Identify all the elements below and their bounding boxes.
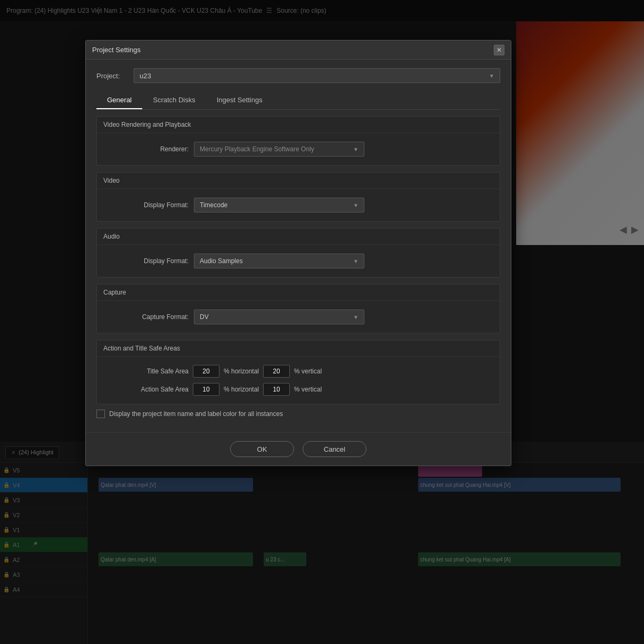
checkbox-label: Display the project item name and label … (109, 410, 283, 418)
capture-format-dropdown[interactable]: DV ▼ (194, 309, 364, 324)
checkbox-row: Display the project item name and label … (96, 404, 500, 423)
project-settings-dialog: Project Settings ✕ Project: u23 ▼ Genera… (85, 40, 511, 466)
audio-display-format-chevron: ▼ (353, 258, 358, 264)
title-safe-h-input[interactable]: 20 (193, 365, 219, 378)
video-rendering-header: Video Rendering and Playback (97, 117, 500, 133)
safe-areas-section: Action and Title Safe Areas Title Safe A… (96, 340, 500, 404)
capture-format-row: Capture Format: DV ▼ (103, 306, 493, 328)
project-dropdown-chevron: ▼ (489, 73, 494, 79)
video-display-format-value: Timecode (200, 201, 227, 209)
audio-header: Audio (97, 229, 500, 245)
video-rendering-content: Renderer: Mercury Playback Engine Softwa… (97, 133, 500, 165)
renderer-dropdown[interactable]: Mercury Playback Engine Software Only ▼ (194, 142, 364, 157)
ok-button[interactable]: OK (230, 441, 294, 457)
title-safe-h-unit: % horizontal (224, 368, 259, 375)
action-safe-v-input[interactable]: 10 (263, 383, 290, 396)
video-rendering-section: Video Rendering and Playback Renderer: M… (96, 116, 500, 166)
tabs-bar: General Scratch Disks Ingest Settings (96, 92, 500, 110)
cancel-button[interactable]: Cancel (303, 441, 366, 457)
title-safe-label: Title Safe Area (103, 368, 189, 375)
tab-general[interactable]: General (96, 92, 142, 109)
renderer-label: Renderer: (103, 145, 189, 153)
renderer-chevron: ▼ (353, 146, 358, 152)
safe-areas-content: Title Safe Area 20 % horizontal 20 % ver… (97, 357, 500, 404)
tab-ingest-settings[interactable]: Ingest Settings (206, 92, 273, 109)
audio-display-format-label: Display Format: (103, 257, 189, 265)
project-dropdown[interactable]: u23 ▼ (134, 68, 500, 83)
video-content: Display Format: Timecode ▼ (97, 189, 500, 221)
project-label: Project: (96, 72, 128, 80)
audio-display-format-value: Audio Samples (200, 257, 243, 265)
audio-display-format-row: Display Format: Audio Samples ▼ (103, 250, 493, 272)
renderer-value: Mercury Playback Engine Software Only (200, 145, 314, 153)
video-header: Video (97, 173, 500, 189)
action-safe-h-unit: % horizontal (224, 386, 259, 393)
capture-format-chevron: ▼ (353, 314, 358, 320)
dialog-titlebar: Project Settings ✕ (86, 40, 511, 60)
capture-section: Capture Capture Format: DV ▼ (96, 284, 500, 333)
dialog-footer: OK Cancel (86, 432, 511, 466)
action-safe-v-unit: % vertical (294, 386, 322, 393)
project-value: u23 (140, 72, 151, 80)
tab-scratch-disks[interactable]: Scratch Disks (142, 92, 206, 109)
audio-content: Display Format: Audio Samples ▼ (97, 245, 500, 277)
action-safe-label: Action Safe Area (103, 386, 189, 393)
title-safe-row: Title Safe Area 20 % horizontal 20 % ver… (103, 362, 493, 380)
video-display-format-chevron: ▼ (353, 202, 358, 208)
video-display-format-dropdown[interactable]: Timecode ▼ (194, 198, 364, 213)
modal-overlay: Project Settings ✕ Project: u23 ▼ Genera… (0, 0, 644, 644)
capture-header: Capture (97, 284, 500, 301)
capture-content: Capture Format: DV ▼ (97, 301, 500, 333)
action-safe-row: Action Safe Area 10 % horizontal 10 % ve… (103, 380, 493, 398)
action-safe-h-input[interactable]: 10 (193, 383, 219, 396)
dialog-body: Project: u23 ▼ General Scratch Disks Ing… (86, 60, 511, 432)
title-safe-v-unit: % vertical (294, 368, 322, 375)
capture-format-value: DV (200, 313, 209, 321)
video-display-format-row: Display Format: Timecode ▼ (103, 194, 493, 216)
safe-areas-header: Action and Title Safe Areas (97, 340, 500, 357)
title-safe-v-input[interactable]: 20 (263, 365, 290, 378)
checkbox-display-name[interactable] (96, 410, 105, 418)
audio-display-format-dropdown[interactable]: Audio Samples ▼ (194, 254, 364, 268)
renderer-row: Renderer: Mercury Playback Engine Softwa… (103, 138, 493, 160)
audio-section: Audio Display Format: Audio Samples ▼ (96, 228, 500, 278)
dialog-title: Project Settings (92, 46, 141, 54)
dialog-close-button[interactable]: ✕ (494, 45, 504, 55)
video-display-format-label: Display Format: (103, 201, 189, 209)
project-row: Project: u23 ▼ (96, 68, 500, 83)
video-section: Video Display Format: Timecode ▼ (96, 172, 500, 222)
capture-format-label: Capture Format: (103, 313, 189, 321)
